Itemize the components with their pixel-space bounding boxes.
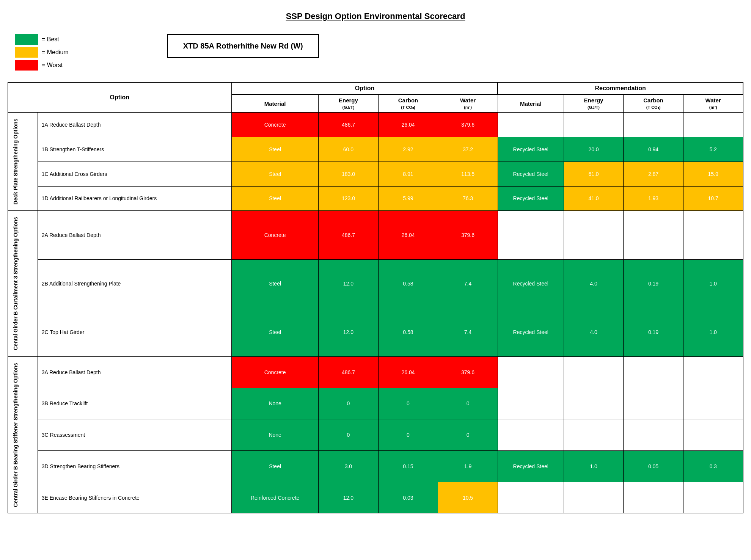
section-label: Cental Girder B Curtailment 3 Strengthen…	[8, 211, 38, 357]
rec-cell	[624, 482, 683, 513]
option-name: 3A Reduce Ballast Depth	[38, 356, 231, 388]
col-rec-water: Water(m³)	[683, 94, 743, 113]
legend: = Best = Medium = Worst	[15, 34, 69, 71]
legend-worst-box	[15, 60, 38, 71]
rec-cell	[498, 388, 564, 419]
option-cell: 2.92	[378, 137, 438, 162]
rec-cell: 0.05	[624, 450, 683, 482]
option-cell: 0	[438, 388, 498, 419]
option-cell: 0	[438, 419, 498, 451]
rec-cell: 1.0	[683, 308, 743, 356]
rec-cell: Recycled Steel	[498, 162, 564, 186]
option-cell: 26.04	[378, 356, 438, 388]
legend-best-box	[15, 34, 38, 45]
option-cell: 76.3	[438, 186, 498, 211]
rec-cell	[624, 113, 683, 137]
option-cell: 0.03	[378, 482, 438, 513]
rec-cell: Recycled Steel	[498, 137, 564, 162]
option-cell: 5.99	[378, 186, 438, 211]
legend-best-label: = Best	[42, 36, 59, 43]
rec-cell	[683, 211, 743, 259]
rec-cell	[624, 211, 683, 259]
rec-cell	[683, 419, 743, 451]
option-cell: 486.7	[319, 113, 379, 137]
option-cell: 8.91	[378, 162, 438, 186]
option-cell: 486.7	[319, 211, 379, 259]
legend-medium-box	[15, 47, 38, 58]
rec-cell: 4.0	[564, 259, 624, 308]
option-cell: Concrete	[232, 356, 319, 388]
option-group-header: Option	[232, 82, 498, 94]
rec-cell	[683, 482, 743, 513]
rec-cell: 2.87	[624, 162, 683, 186]
option-cell: Steel	[232, 308, 319, 356]
section-label: Central Girder B Bearing Stiffener Stren…	[8, 356, 38, 513]
recommendation-group-header: Recommendation	[498, 82, 743, 94]
option-name: 1D Additional Railbearers or Longitudina…	[38, 186, 231, 211]
option-main-header: Option	[8, 82, 232, 113]
rec-cell: 0.19	[624, 259, 683, 308]
rec-cell	[564, 419, 624, 451]
rec-cell: 20.0	[564, 137, 624, 162]
option-cell: 7.4	[438, 308, 498, 356]
legend-worst-label: = Worst	[42, 62, 63, 69]
legend-best: = Best	[15, 34, 69, 45]
option-cell: 0	[378, 388, 438, 419]
option-name: 2C Top Hat Girder	[38, 308, 231, 356]
option-cell: 379.6	[438, 356, 498, 388]
rec-cell	[683, 388, 743, 419]
option-cell: 26.04	[378, 113, 438, 137]
rec-cell	[564, 113, 624, 137]
rec-cell	[624, 388, 683, 419]
option-name: 1B Strengthen T-Stiffeners	[38, 137, 231, 162]
option-cell: 7.4	[438, 259, 498, 308]
rec-cell	[624, 419, 683, 451]
option-cell: Steel	[232, 162, 319, 186]
rec-cell: 1.93	[624, 186, 683, 211]
rec-cell: 1.0	[564, 450, 624, 482]
option-name: 3C Reassessment	[38, 419, 231, 451]
rec-cell	[564, 388, 624, 419]
option-name: 1C Additional Cross Girders	[38, 162, 231, 186]
legend-worst: = Worst	[15, 60, 69, 71]
option-cell: None	[232, 388, 319, 419]
option-cell: Concrete	[232, 113, 319, 137]
option-cell: 486.7	[319, 356, 379, 388]
option-cell: 37.2	[438, 137, 498, 162]
option-cell: 12.0	[319, 482, 379, 513]
rec-cell: Recycled Steel	[498, 308, 564, 356]
scorecard-table: Option Option Recommendation Material En…	[8, 82, 743, 513]
option-cell: Steel	[232, 186, 319, 211]
rec-cell: 5.2	[683, 137, 743, 162]
rec-cell	[564, 356, 624, 388]
rec-cell: Recycled Steel	[498, 259, 564, 308]
rec-cell: 15.9	[683, 162, 743, 186]
option-cell: 10.5	[438, 482, 498, 513]
rec-cell: 0.3	[683, 450, 743, 482]
rec-cell: 0.19	[624, 308, 683, 356]
option-cell: 379.6	[438, 113, 498, 137]
rec-cell: 1.0	[683, 259, 743, 308]
col-option-material: Material	[232, 94, 319, 113]
option-cell: 26.04	[378, 211, 438, 259]
rec-cell: 0.94	[624, 137, 683, 162]
legend-medium: = Medium	[15, 47, 69, 58]
option-name: 2A Reduce Ballast Depth	[38, 211, 231, 259]
rec-cell: Recycled Steel	[498, 450, 564, 482]
page-title: SSP Design Option Environmental Scorecar…	[8, 11, 743, 21]
rec-cell: 4.0	[564, 308, 624, 356]
rec-cell	[683, 113, 743, 137]
col-option-water: Water(m³)	[438, 94, 498, 113]
section-label: Deck Plate Strengthening Options	[8, 113, 38, 211]
rec-cell	[564, 211, 624, 259]
col-rec-material: Material	[498, 94, 564, 113]
rec-cell	[498, 113, 564, 137]
option-cell: Steel	[232, 137, 319, 162]
rec-cell	[624, 356, 683, 388]
rec-cell: 41.0	[564, 186, 624, 211]
project-box: XTD 85A Rotherhithe New Rd (W)	[167, 34, 319, 58]
option-cell: 0	[319, 388, 379, 419]
option-cell: Steel	[232, 259, 319, 308]
option-cell: 0	[319, 419, 379, 451]
option-cell: 113.5	[438, 162, 498, 186]
